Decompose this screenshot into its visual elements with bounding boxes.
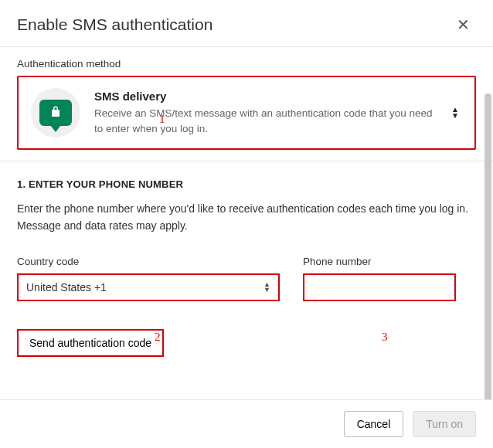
- phone-number-input[interactable]: [312, 281, 447, 294]
- modal-title: Enable SMS authentication: [17, 15, 212, 34]
- country-code-label: Country code: [17, 256, 280, 267]
- cancel-button[interactable]: Cancel: [344, 411, 404, 437]
- phone-number-field-wrap: [303, 273, 456, 301]
- enable-sms-modal: Enable SMS authentication ✕ 1 2 3 4 Auth…: [0, 0, 493, 448]
- auth-method-label: Authentication method: [17, 58, 476, 70]
- modal-body: 1 2 3 4 Authentication method SMS delive…: [0, 47, 493, 399]
- auth-method-desc: Receive an SMS/text message with an auth…: [94, 106, 434, 136]
- chevron-up-down-icon: ▲▼: [264, 282, 270, 293]
- phone-section: 1. ENTER YOUR PHONE NUMBER Enter the pho…: [0, 161, 493, 372]
- country-code-group: Country code United States +1 ▲▼: [17, 256, 280, 301]
- country-code-select[interactable]: United States +1 ▲▼: [17, 273, 280, 301]
- auth-method-text: SMS delivery Receive an SMS/text message…: [94, 90, 434, 136]
- sms-icon-wrap: [31, 88, 80, 137]
- phone-number-group: Phone number: [303, 256, 456, 301]
- scrollbar[interactable]: [484, 93, 491, 399]
- close-icon[interactable]: ✕: [450, 14, 476, 36]
- modal-footer: Cancel Turn on: [0, 399, 493, 448]
- country-code-value: United States +1: [26, 281, 264, 294]
- auth-method-select[interactable]: SMS delivery Receive an SMS/text message…: [17, 76, 476, 150]
- phone-form-row: Country code United States +1 ▲▼ Phone n…: [17, 256, 476, 301]
- auth-method-title: SMS delivery: [94, 90, 434, 103]
- step1-title: 1. ENTER YOUR PHONE NUMBER: [17, 178, 476, 190]
- chevron-up-down-icon: ▲▼: [448, 107, 462, 119]
- auth-method-section: Authentication method SMS delivery Recei…: [0, 47, 493, 150]
- step1-desc: Enter the phone number where you'd like …: [17, 201, 476, 234]
- sms-bubble-icon: [39, 100, 72, 126]
- send-auth-code-button[interactable]: Send authentication code: [17, 329, 164, 357]
- lock-icon: [50, 105, 61, 120]
- phone-number-label: Phone number: [303, 256, 456, 267]
- modal-header: Enable SMS authentication ✕: [0, 0, 493, 46]
- turn-on-button[interactable]: Turn on: [413, 411, 476, 437]
